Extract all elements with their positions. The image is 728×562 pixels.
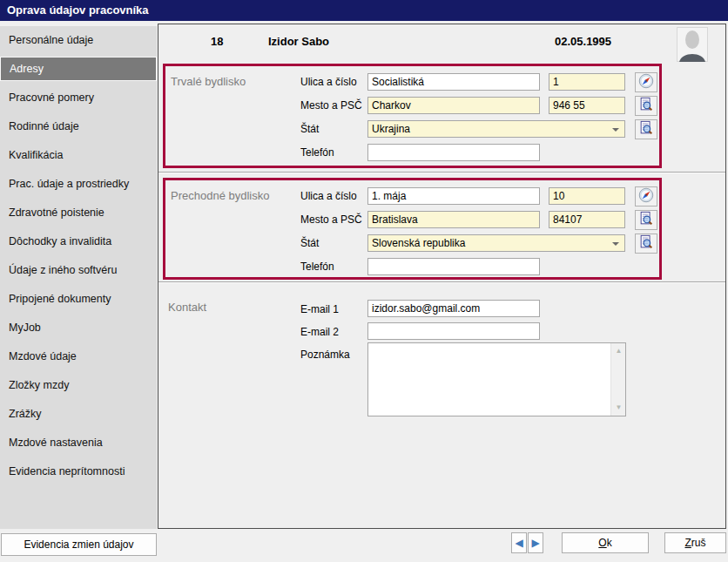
next-record-button[interactable]: ▶ xyxy=(528,532,543,553)
permanent-phone-input[interactable] xyxy=(367,144,540,161)
temporary-address-section: Prechodné bydlisko Ulica a číslo Mesto a… xyxy=(163,178,662,280)
compass-icon xyxy=(638,73,654,91)
temporary-state-dropdown[interactable]: Slovenská republika xyxy=(367,234,625,252)
permanent-state-value: Ukrajina xyxy=(372,123,410,135)
email1-input[interactable] xyxy=(367,300,540,317)
temporary-city-input[interactable] xyxy=(367,211,540,228)
permanent-city-input[interactable] xyxy=(367,97,540,114)
street-label: Ulica a číslo xyxy=(300,76,357,88)
arrow-left-icon: ◀ xyxy=(515,538,522,548)
city-label: Mesto a PSČ xyxy=(300,213,362,226)
permanent-address-section: Trvalé bydlisko Ulica a číslo Mesto a PS… xyxy=(163,64,662,168)
scroll-up-icon[interactable]: ▲ xyxy=(611,344,626,358)
temporary-phone-input[interactable] xyxy=(367,258,540,275)
permanent-state-dropdown[interactable]: Ukrajina xyxy=(367,120,625,138)
document-search-icon xyxy=(638,120,654,139)
permanent-map-button[interactable] xyxy=(635,72,657,92)
section-divider xyxy=(158,172,725,173)
temporary-map-button[interactable] xyxy=(635,186,657,207)
document-search-icon xyxy=(638,234,654,253)
previous-record-button[interactable]: ◀ xyxy=(511,532,527,553)
window-title: Oprava údajov pracovníka xyxy=(7,3,149,17)
street-label: Ulica a číslo xyxy=(300,190,357,202)
permanent-state-lookup-button[interactable] xyxy=(635,119,657,139)
section-divider xyxy=(158,281,725,283)
permanent-address-title: Trvalé bydlisko xyxy=(171,75,246,88)
compass-icon xyxy=(638,187,654,206)
sidebar-item-rodinne-udaje[interactable]: Rodinné údaje xyxy=(0,114,157,139)
sidebar-item-udaje-z-ineho-softveru[interactable]: Údaje z iného softvéru xyxy=(0,258,157,282)
city-label: Mesto a PSČ xyxy=(300,99,362,112)
email2-label: E-mail 2 xyxy=(300,326,339,338)
change-history-button[interactable]: Evidencia zmien údajov xyxy=(1,533,157,556)
note-textarea[interactable] xyxy=(368,343,610,416)
window-title-bar: Oprava údajov pracovníka xyxy=(0,0,728,21)
phone-label: Telefón xyxy=(300,261,334,273)
document-search-icon xyxy=(638,211,654,229)
email2-input[interactable] xyxy=(367,322,540,340)
sidebar-item-kvalifikacia[interactable]: Kvalifikácia xyxy=(0,143,157,167)
temporary-state-lookup-button[interactable] xyxy=(635,234,657,254)
cancel-button-label: Zruš xyxy=(665,537,725,549)
chevron-down-icon xyxy=(612,128,619,132)
permanent-street-number-input[interactable] xyxy=(549,73,625,91)
sidebar-item-dochodky-a-invalidita[interactable]: Dôchodky a invalidita xyxy=(0,229,157,254)
employee-number: 18 xyxy=(211,35,223,48)
note-field: ▲ ▼ xyxy=(367,342,626,416)
sidebar-item-evidencia-nepritomnosti[interactable]: Evidencia neprítomnosti xyxy=(0,459,157,484)
sidebar-item-zrazky[interactable]: Zrážky xyxy=(0,402,157,426)
sidebar-item-pripojene-dokumenty[interactable]: Pripojené dokumenty xyxy=(0,287,157,311)
sidebar-item-adresy[interactable]: Adresy xyxy=(0,57,157,81)
sidebar-item-mzdove-nastavenia[interactable]: Mzdové nastavenia xyxy=(0,430,157,455)
employee-birth-date: 02.05.1995 xyxy=(555,35,611,48)
temporary-street-input[interactable] xyxy=(367,187,540,205)
employee-name: Izidor Sabo xyxy=(268,35,329,48)
sidebar-item-personalne-udaje[interactable]: Personálne údaje xyxy=(0,28,157,52)
temporary-state-value: Slovenská republika xyxy=(372,237,465,249)
scroll-down-icon[interactable]: ▼ xyxy=(611,401,626,415)
main-panel: 18 Izidor Sabo 02.05.1995 Trvalé bydlisk… xyxy=(158,24,726,529)
phone-label: Telefón xyxy=(300,146,334,159)
sidebar-item-mzdove-udaje[interactable]: Mzdové údaje xyxy=(0,344,157,369)
sidebar-item-prac-udaje-a-prostriedky[interactable]: Prac. údaje a prostriedky xyxy=(0,172,157,196)
temporary-street-number-input[interactable] xyxy=(549,187,625,205)
cancel-button[interactable]: Zruš xyxy=(664,532,726,553)
note-label: Poznámka xyxy=(300,349,350,361)
permanent-street-input[interactable] xyxy=(367,73,540,91)
permanent-city-lookup-button[interactable] xyxy=(635,96,657,116)
contact-section-title: Kontakt xyxy=(168,301,206,314)
email1-label: E-mail 1 xyxy=(300,303,339,315)
chevron-down-icon xyxy=(612,242,619,246)
ok-button[interactable]: Ok xyxy=(562,532,649,553)
employee-photo-placeholder xyxy=(677,27,708,62)
temporary-city-lookup-button[interactable] xyxy=(635,210,657,230)
temporary-zip-input[interactable] xyxy=(549,211,625,228)
temporary-address-title: Prechodné bydlisko xyxy=(171,189,269,202)
sidebar: Personálne údaje Adresy Pracovné pomery … xyxy=(0,26,157,529)
sidebar-item-zdravotne-poistenie[interactable]: Zdravotné poistenie xyxy=(0,200,157,225)
permanent-zip-input[interactable] xyxy=(549,97,625,114)
sidebar-item-myjob[interactable]: MyJob xyxy=(0,315,157,340)
state-label: Štát xyxy=(300,237,319,249)
state-label: Štát xyxy=(300,123,319,135)
document-search-icon xyxy=(638,97,654,115)
note-scrollbar[interactable]: ▲ ▼ xyxy=(610,343,625,416)
sidebar-item-pracovne-pomery[interactable]: Pracovné pomery xyxy=(0,85,157,110)
arrow-right-icon: ▶ xyxy=(531,538,539,548)
ok-button-label: Ok xyxy=(563,537,648,549)
sidebar-item-zlozky-mzdy[interactable]: Zložky mzdy xyxy=(0,373,157,397)
